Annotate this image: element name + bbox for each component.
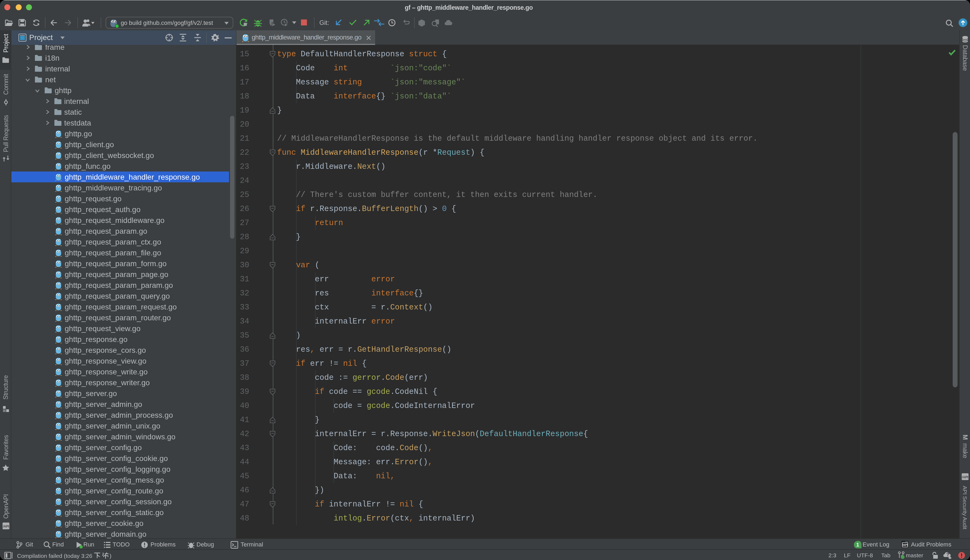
svg-text:/API: /API [2,525,9,528]
svg-text:1: 1 [856,542,859,547]
svg-text:/API: /API [902,543,908,547]
svg-text:/API: /API [962,475,968,479]
svg-text:?: ? [947,552,950,557]
